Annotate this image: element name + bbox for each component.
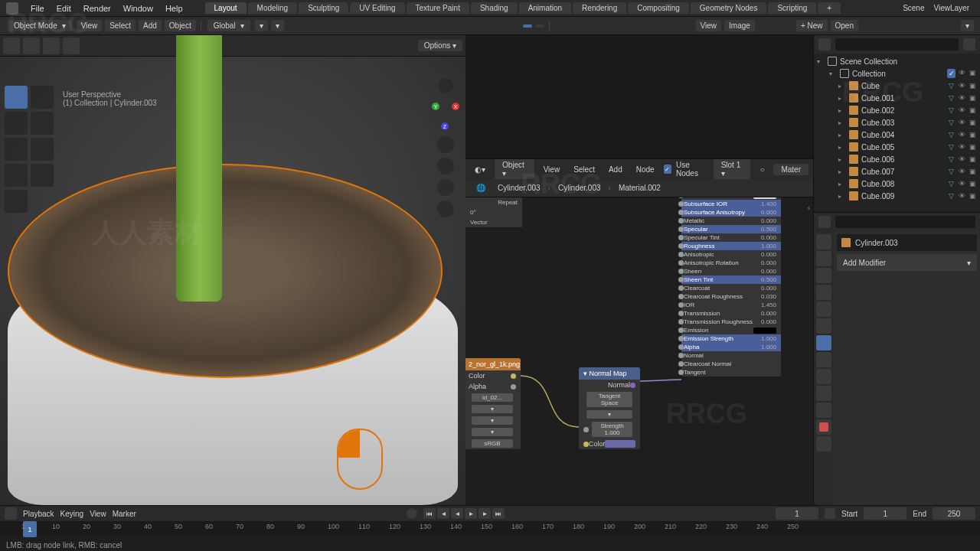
tool-measure-icon[interactable] (31, 164, 54, 187)
editor-type-icon[interactable] (3, 37, 20, 54)
zoom-icon[interactable] (438, 78, 453, 93)
select-mode2-icon[interactable] (43, 37, 60, 54)
workspace-tab-add[interactable]: + (818, 2, 841, 14)
tool-move-icon[interactable] (5, 112, 28, 135)
select-mode3-icon[interactable] (63, 37, 80, 54)
input-socket[interactable] (678, 252, 684, 257)
bsdf-property-row[interactable]: Clearcoat0.000 (681, 284, 781, 292)
eye-icon[interactable]: 👁 (958, 155, 966, 163)
bsdf-property-row[interactable]: Tangent (681, 368, 781, 377)
outliner-item[interactable]: ▸Cube.009▽👁▣ (814, 190, 980, 202)
tab-viewlayer-icon[interactable] (816, 268, 831, 283)
render-icon[interactable]: ▣ (969, 192, 977, 200)
workspace-tab-scripting[interactable]: Scripting (768, 2, 816, 14)
keyframe-prev-icon[interactable]: ◄ (437, 508, 449, 519)
bsdf-property-row[interactable]: Transmission0.000 (681, 309, 781, 318)
jump-end-icon[interactable]: ⏭ (492, 508, 505, 519)
strength-slider[interactable]: Strength 1.000 (592, 422, 632, 437)
render-icon[interactable]: ▣ (969, 143, 977, 151)
playback-menu[interactable]: Playback (23, 510, 54, 518)
mesh-data-icon[interactable]: ▽ (947, 106, 956, 114)
bsdf-property-row[interactable]: Specular0.500 (681, 225, 781, 233)
normal-socket[interactable] (630, 383, 635, 388)
shading-mode-icon[interactable]: ▾ (961, 20, 974, 31)
tab-modifier-icon[interactable] (816, 335, 831, 350)
options-dropdown[interactable]: Options ▾ (418, 40, 462, 51)
render-icon[interactable]: ▣ (969, 106, 977, 114)
workspace-tab-animation[interactable]: Animation (519, 2, 571, 14)
pivot-dropdown[interactable]: ▾ (255, 20, 268, 31)
pan-icon[interactable] (437, 136, 454, 153)
breadcrumb-item-1[interactable]: Cylinder.003 (554, 182, 606, 194)
workspace-tab-shading[interactable]: Shading (471, 2, 518, 14)
menu-file[interactable]: File (24, 4, 51, 13)
input-socket[interactable] (678, 344, 684, 350)
bsdf-property-row[interactable]: Alpha1.000 (681, 343, 781, 351)
img-new-button[interactable]: + New (796, 20, 828, 31)
eye-icon[interactable]: 👁 (958, 94, 966, 102)
workspace-tab-geometry-nodes[interactable]: Geometry Nodes (691, 2, 767, 14)
scene-dropdown[interactable]: Scene (898, 4, 929, 12)
input-socket[interactable] (678, 227, 684, 232)
bsdf-property-row[interactable]: Roughness1.000 (681, 242, 781, 250)
render-icon[interactable]: ▣ (969, 155, 977, 163)
input-socket[interactable] (678, 197, 684, 198)
header-select-menu[interactable]: Select (105, 20, 136, 31)
tool-add-cube-icon[interactable] (5, 190, 28, 213)
bsdf-property-row[interactable]: Specular Tint0.000 (681, 233, 781, 242)
current-frame-field[interactable]: 1 (776, 507, 818, 520)
viewlayer-dropdown[interactable]: ViewLayer (929, 4, 974, 12)
node-node-menu[interactable]: Node (632, 165, 659, 174)
eye-icon[interactable]: 👁 (958, 119, 966, 126)
color-swatch[interactable] (605, 440, 635, 448)
autokey-toggle-icon[interactable] (407, 508, 417, 519)
workspace-tab-compositing[interactable]: Compositing (628, 2, 689, 14)
bsdf-property-row[interactable]: Anisotropic0.000 (681, 250, 781, 259)
camera-view-icon[interactable] (437, 179, 454, 196)
snap-toggle[interactable]: ▾ (271, 20, 284, 31)
datablock-path[interactable]: Cylinder.003 (837, 234, 977, 251)
render-icon[interactable]: ▣ (969, 168, 977, 175)
mesh-data-icon[interactable]: ▽ (947, 180, 956, 187)
outliner-filter-icon[interactable] (963, 38, 975, 51)
node-add-menu[interactable]: Add (604, 165, 627, 174)
bsdf-property-row[interactable]: Emission Strength1.000 (681, 334, 781, 343)
props-search[interactable] (835, 216, 975, 228)
menu-edit[interactable]: Edit (51, 4, 77, 13)
eye-icon[interactable]: 👁 (958, 69, 966, 78)
principled-bsdf-node[interactable]: Subsurface C...Subsurface IOR1.400Subsur… (681, 197, 781, 377)
tab-texture-icon[interactable] (816, 436, 831, 452)
collection-enable-toggle[interactable]: ✓ (947, 69, 956, 78)
tab-material-icon[interactable] (816, 419, 831, 435)
eye-icon[interactable]: 👁 (958, 82, 966, 90)
overlay-toggle-icon[interactable] (535, 24, 544, 28)
select-mode-icon[interactable] (23, 37, 40, 54)
tab-render-icon[interactable] (816, 234, 831, 249)
node-select-menu[interactable]: Select (569, 165, 599, 174)
workspace-tab-layout[interactable]: Layout (205, 2, 247, 14)
mesh-data-icon[interactable]: ▽ (947, 155, 956, 163)
jump-start-icon[interactable]: ⏮ (423, 508, 436, 519)
tex-proj[interactable]: ▾ (472, 416, 513, 425)
img-header-image[interactable]: Image (724, 20, 755, 31)
outliner-tree[interactable]: ▾ Scene Collection ▾ Collection ✓👁▣ ▸Cub… (814, 54, 980, 212)
outliner-type-icon[interactable] (818, 38, 831, 51)
timeline-track[interactable]: 1 11020304050607080901001101201301401501… (0, 521, 980, 537)
input-socket[interactable] (678, 294, 684, 299)
marker-menu[interactable]: Marker (113, 510, 136, 518)
workspace-tab-texture-paint[interactable]: Texture Paint (407, 2, 469, 14)
tool-cursor-icon[interactable] (31, 86, 54, 109)
render-icon[interactable]: ▣ (969, 82, 977, 90)
viewport-canvas[interactable]: User Perspective (1) Collection | Cylind… (0, 57, 466, 505)
tool-rotate-icon[interactable] (31, 112, 54, 135)
image-texture-node[interactable]: 2_nor_gl_1k.png Color Alpha id_02... ▾ ▾… (466, 358, 521, 449)
perspective-toggle-icon[interactable] (437, 201, 454, 217)
bsdf-property-row[interactable]: IOR1.450 (681, 301, 781, 309)
node-canvas[interactable]: 2_nor_gl_1k.png Color Alpha id_02... ▾ ▾… (466, 197, 813, 505)
tool-transform-icon[interactable] (31, 138, 54, 161)
node-view-menu[interactable]: View (539, 165, 565, 174)
render-icon[interactable]: ▣ (969, 119, 977, 126)
input-socket[interactable] (678, 269, 684, 274)
input-socket[interactable] (678, 370, 684, 375)
zoom-icon2[interactable] (437, 158, 454, 174)
